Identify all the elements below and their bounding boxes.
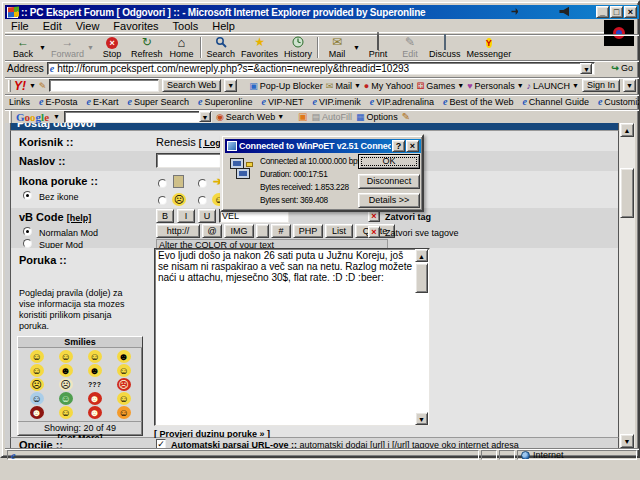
smiley-icon[interactable]: ☹ <box>59 378 73 391</box>
minimize-button[interactable]: _ <box>596 6 609 18</box>
google-search-input[interactable]: ▼ <box>64 111 212 123</box>
search-button[interactable]: Search <box>204 35 239 60</box>
disconnect-button[interactable]: Disconnect <box>358 174 420 189</box>
smiley-icon[interactable]: ??? <box>88 378 102 391</box>
link-vip-adrenalina[interactable]: eVIP.adrenalina <box>370 96 434 107</box>
smiley-icon[interactable]: ☻ <box>88 406 102 419</box>
back-button[interactable]: ← Back <box>7 35 39 60</box>
winpoet-dialog[interactable]: Connected to WinPoET v2.51 Connection ? … <box>220 134 424 212</box>
google-highlight-icon[interactable]: ✎ <box>402 111 410 122</box>
google-options-button[interactable]: ▦ Options <box>356 112 398 122</box>
php-button[interactable]: PHP <box>293 224 323 238</box>
address-input[interactable]: e http://forum.pcekspert.com/newreply.ph… <box>47 62 596 75</box>
bold-button[interactable]: B <box>156 209 174 223</box>
menu-help[interactable]: Help <box>206 20 241 32</box>
smiley-icon[interactable]: ☺ <box>30 392 44 405</box>
yahoo-sign-in-button[interactable]: Sign In <box>582 79 620 92</box>
sign-in-dropdown[interactable]: ▼ <box>623 79 636 92</box>
menu-file[interactable]: File <box>5 20 35 32</box>
google-news-icon[interactable]: ▣ <box>298 111 307 122</box>
smiley-icon[interactable]: ☺ <box>59 350 73 363</box>
icon-radio[interactable] <box>158 196 167 205</box>
dialog-close-button[interactable]: × <box>406 140 419 152</box>
toolbar-grip[interactable] <box>9 111 12 123</box>
yahoo-popup-blocker[interactable]: ▣ Pop-Up Blocker <box>249 81 323 91</box>
smiley-icon[interactable]: ☺ <box>117 364 131 377</box>
dialog-help-button[interactable]: ? <box>392 140 405 152</box>
mail-button[interactable]: ✉ Mail <box>321 35 353 60</box>
link-superonline[interactable]: eSuperonline <box>198 96 253 107</box>
smiley-icon[interactable]: ☺ <box>117 406 131 419</box>
smiley-icon[interactable]: ☹ <box>117 378 131 391</box>
messenger-button[interactable]: Y Messenger <box>464 35 515 60</box>
underline-button[interactable]: U <box>198 209 216 223</box>
yahoo-launch[interactable]: ♪ LAUNCH ▼ <box>527 81 579 91</box>
yahoo-logo[interactable]: Y! <box>14 79 26 93</box>
link-best-of-web[interactable]: eBest of the Web <box>443 96 513 107</box>
favorites-button[interactable]: ★ Favorites <box>238 35 281 60</box>
link-vip-net[interactable]: eVIP-NET <box>261 96 303 107</box>
toolbar-grip[interactable] <box>8 80 11 92</box>
address-dropdown[interactable]: ▼ <box>580 63 592 74</box>
scroll-up-arrow[interactable]: ▲ <box>620 123 634 137</box>
link-customize-links[interactable]: eCustomize Links <box>598 96 639 107</box>
google-search-web-button[interactable]: ◉ Search Web ▼ <box>216 112 284 122</box>
page-scrollbar[interactable]: ▲ ▼ <box>619 123 635 448</box>
smiley-icon[interactable]: ☺ <box>30 364 44 377</box>
smiley-icon[interactable]: ☹ <box>30 378 44 391</box>
stop-button[interactable]: × Stop <box>96 35 128 60</box>
smiley-icon[interactable]: ☻ <box>59 364 73 377</box>
yahoo-mail[interactable]: ✉ Mail ▼ <box>326 81 361 91</box>
home-button[interactable]: ⌂ Home <box>166 35 198 60</box>
link-e-kart[interactable]: eE-Kart <box>86 96 118 107</box>
history-button[interactable]: History <box>281 35 315 60</box>
yahoo-search-web-button[interactable]: Search Web <box>162 79 221 92</box>
yahoo-personals[interactable]: ♥ Personals ▼ <box>467 81 523 91</box>
menu-edit[interactable]: Edit <box>37 20 68 32</box>
yahoo-search-input[interactable] <box>49 79 159 92</box>
yahoo-search-dropdown[interactable]: ▼ <box>224 79 237 92</box>
smiley-icon[interactable]: ☺ <box>88 350 102 363</box>
scroll-down-arrow[interactable]: ▼ <box>620 434 634 448</box>
vbcode-help-link[interactable]: [help] <box>67 213 92 223</box>
blank-button[interactable] <box>256 224 269 238</box>
mail-dropdown[interactable]: ▼ <box>353 35 362 60</box>
discuss-button[interactable]: Discuss <box>426 35 464 60</box>
back-dropdown[interactable]: ▼ <box>39 35 48 60</box>
icon-radio[interactable] <box>198 196 207 205</box>
smiley-icon[interactable]: ☻ <box>117 350 131 363</box>
yahoo-logo-dropdown[interactable]: ▼ <box>29 82 36 89</box>
ok-button[interactable]: OK <box>358 154 420 169</box>
textarea-scroll-down[interactable]: ▼ <box>415 412 428 425</box>
dialog-title-bar[interactable]: Connected to WinPoET v2.51 Connection ? … <box>225 139 421 153</box>
smiley-icon[interactable]: ☺ <box>59 406 73 419</box>
list-button[interactable]: List <box>325 224 353 238</box>
link-channel-guide[interactable]: eChannel Guide <box>522 96 589 107</box>
link-e-posta[interactable]: eE-Posta <box>39 96 77 107</box>
email-button[interactable]: @ <box>202 224 222 238</box>
textarea-scroll-up[interactable]: ▲ <box>415 249 428 262</box>
smiley-icon[interactable]: ☻ <box>88 364 102 377</box>
close-all-tags-button[interactable]: × <box>368 226 380 238</box>
icon-radio[interactable] <box>198 179 207 188</box>
parse-urls-checkbox[interactable]: ✓ <box>156 439 166 448</box>
italic-button[interactable]: I <box>177 209 195 223</box>
details-button[interactable]: Details >> <box>358 193 420 208</box>
img-button[interactable]: IMG <box>224 224 254 238</box>
radio-super-mod[interactable] <box>23 239 32 248</box>
go-button[interactable]: ↪ Go <box>607 62 637 75</box>
menu-view[interactable]: View <box>70 20 106 32</box>
smiley-icon[interactable]: ☻ <box>88 392 102 405</box>
menu-favorites[interactable]: Favorites <box>107 20 164 32</box>
yahoo-my-yahoo[interactable]: ● My Yahoo! <box>364 81 414 91</box>
hash-button[interactable]: # <box>271 224 291 238</box>
refresh-button[interactable]: ↻ Refresh <box>128 35 166 60</box>
radio-bez-ikone[interactable] <box>23 191 32 200</box>
smiley-icon[interactable]: ☺ <box>117 392 131 405</box>
google-logo-dropdown[interactable]: ▼ <box>53 113 60 120</box>
link-super-search[interactable]: eSuper Search <box>127 96 189 107</box>
title-bar[interactable]: :: PC Ekspert Forum [ Odgovori ] :: - Mi… <box>5 5 639 19</box>
link-vip-imenik[interactable]: eVIP.imenik <box>312 96 360 107</box>
print-button[interactable]: Print <box>362 35 394 60</box>
smiley-icon[interactable]: ☻ <box>30 406 44 419</box>
